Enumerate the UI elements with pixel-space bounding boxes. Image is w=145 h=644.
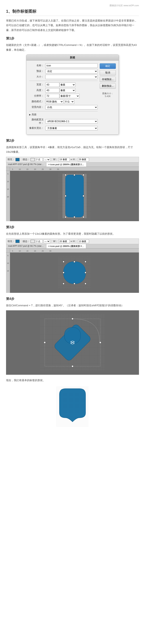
dialog-buttons: 确定 取消 存储预设... 删除预设... 图像大小： 5.42K [100, 64, 116, 132]
name-label: 名称： [29, 64, 45, 67]
dialog-body: 名称： 预设： 自定 大小： [26, 60, 118, 134]
form-row-colormode: 颜色模式： RGB 颜色 8 位 [29, 100, 98, 104]
step3-stroke-input[interactable] [36, 240, 43, 243]
cancel-button-label: 取消 [105, 71, 110, 74]
form-row-size: 大小： [29, 75, 98, 79]
intro-paragraph: 草图已经大功告成，接下来我可以进入主题了。在我们开始之前，要注意是的是图标在界面… [6, 18, 139, 32]
stroke-value-input[interactable] [36, 158, 43, 162]
svg-rect-9 [65, 195, 66, 196]
h-label: ∞ H： [70, 158, 77, 161]
height-unit-select[interactable]: 像素 [60, 88, 76, 92]
name-input[interactable] [45, 64, 98, 68]
form-row-height: 高度： 像素 [29, 88, 98, 92]
tab1-text: mail APP iOS7.psd @ 66.7% (star, RGB/8) [8, 163, 46, 166]
width-value-input[interactable] [58, 158, 70, 162]
cancel-button[interactable]: 取消 [100, 70, 116, 76]
svg-rect-20 [85, 272, 86, 273]
colormode-select[interactable]: RGB 颜色 [45, 100, 64, 104]
tab-icon-psd[interactable]: × icon.psd @ 2800% (圆角矩形 2, RG [46, 162, 86, 167]
save-preset-button[interactable]: 存储预设... [100, 77, 116, 82]
page-wrapper: 图猫设计社区 www.toDPi.com 1、制作标签图标 草图已经大功告成，接… [0, 0, 145, 433]
step3-tab2[interactable]: × icon.psd @ 2800% (圆角矩形 3， [46, 244, 86, 248]
image-size-label: 图像大小： [100, 92, 116, 95]
pixelaspect-select[interactable]: 方形像素 [45, 126, 98, 130]
svg-rect-23 [64, 328, 80, 344]
step3-ruler-v: 5 10 15 [6, 252, 10, 293]
ruler-vertical: 5 10 15 20 [6, 171, 10, 221]
ok-button-label: 确定 [105, 64, 110, 68]
svg-rect-8 [74, 216, 75, 218]
step3-w-input[interactable] [58, 240, 70, 243]
step3-stroke-type[interactable]: — [44, 240, 50, 243]
step4-note-text: 现在，我们有基本的标签的形状。 [6, 379, 45, 382]
toolbar-separator2 [52, 158, 52, 161]
step4-desc: 按住Ctrl/Command + T，进行路径变换，旋转45°。（注译者：旋转时… [6, 303, 139, 308]
step2-title: 第2步 [6, 139, 139, 143]
preset-label: 预设： [29, 70, 45, 73]
resolution-label: 分辨率： [29, 94, 45, 98]
colorbit-select[interactable]: 8 位 [64, 100, 74, 104]
delete-preset-button[interactable]: 删除预设... [100, 83, 116, 89]
new-document-dialog: 新建 名称： 预设： 自定 大小： [26, 54, 119, 135]
step4-title: 第4步 [6, 297, 139, 301]
step3-tab1-text: mail APP iOS7.psd @ 66.7% (star, RGB/8) [8, 245, 46, 247]
ruler-top-row: 5 10 15 20 25 30 35 [6, 167, 139, 171]
step2-toolbar: 填充： 描边： — W： ∞ H： [6, 157, 139, 162]
width-input[interactable] [45, 82, 60, 87]
step3-h-input[interactable] [78, 240, 89, 243]
step3-desc: 在先前形状上再添加一个13x13像素的圆角矩形。为了看得更清楚，我暂时隐藏了以前… [6, 232, 139, 236]
svg-rect-2 [66, 175, 84, 217]
step3-stroke-label: 描边： [22, 240, 30, 243]
page-title-text: 1、制作标签图标 [6, 9, 36, 14]
step4-shape-svg [40, 314, 105, 371]
svg-rect-4 [83, 174, 84, 176]
advanced-toggle[interactable]: ▶ 高级 [29, 113, 98, 116]
save-preset-label: 存储预设... [102, 78, 114, 81]
svg-rect-14 [85, 261, 86, 262]
triangle-icon: ▶ [29, 114, 31, 116]
svg-rect-19 [63, 272, 64, 273]
tab-mail-app[interactable]: mail APP iOS7.psd @ 66.7% (star, RGB/8) [6, 162, 46, 167]
svg-rect-6 [83, 216, 84, 218]
svg-rect-16 [85, 283, 86, 284]
svg-rect-13 [63, 261, 64, 262]
form-row-pixelaspect: 像素长宽比： 方形像素 [29, 126, 98, 130]
colorprofile-label: 颜色配置文件： [29, 118, 45, 125]
height-value-input[interactable] [78, 158, 89, 162]
step3-tab1[interactable]: mail APP iOS7.psd @ 66.7% (star, RGB/8) [6, 244, 46, 248]
width-unit-select[interactable]: 像素 [60, 82, 76, 87]
bg-select[interactable]: 白色 [45, 105, 98, 110]
step1-title: 第1步 [6, 36, 139, 41]
step4-note: 现在，我们有基本的标签的形状。 [6, 378, 139, 382]
form-row-width: 宽度： 像素 [29, 82, 98, 87]
preset-select[interactable]: 自定 [45, 69, 98, 74]
step1-desc-text: 创建新的文件（文件>新建...），或者快捷键CTRL/Command + N）。… [6, 44, 137, 51]
dialog-title-bar: 新建 [26, 55, 118, 60]
ok-button[interactable]: 确定 [100, 64, 116, 69]
step3-stroke-swatch[interactable] [30, 240, 35, 243]
step1-title-text: 第1步 [6, 37, 14, 40]
step3-w-label: W： [53, 240, 58, 243]
step3-canvas-bg [10, 252, 139, 293]
height-input[interactable] [45, 88, 60, 92]
advanced-label: 高级 [32, 113, 36, 116]
page-title: 1、制作标签图标 [6, 9, 139, 16]
form-row-name: 名称： [29, 64, 98, 68]
step2-canvas-area: 5 10 15 20 25 30 35 5 10 15 20 [6, 167, 139, 221]
size-select[interactable] [45, 75, 98, 79]
height-label: 高度： [29, 88, 45, 92]
step3-fill-swatch[interactable] [16, 240, 20, 243]
resolution-input[interactable] [45, 94, 60, 98]
step3-desc-text: 在先前形状上再添加一个13x13像素的圆角矩形。为了看得更清楚，我暂时隐藏了以前… [6, 232, 115, 235]
colorprofile-select[interactable]: sRGB IEC61966-2.1 [45, 119, 98, 124]
svg-rect-17 [74, 261, 75, 262]
step3-h-label: ∞ H： [70, 240, 77, 243]
stroke-type-select[interactable]: — [44, 158, 50, 162]
stroke-swatch[interactable] [30, 158, 35, 161]
site-header: 图猫设计社区 www.toDPi.com [6, 4, 139, 7]
step3-sep2 [52, 240, 52, 243]
resolution-unit-select[interactable]: 像素/英寸 [60, 94, 80, 98]
step4-canvas-area [6, 310, 139, 375]
step2-desc: 选择圆角矩形工具，设置圆角半径：4像素，填充方蓝色#1a72a5，描边为无。绘制… [6, 145, 139, 154]
fill-color-swatch[interactable] [16, 158, 20, 161]
